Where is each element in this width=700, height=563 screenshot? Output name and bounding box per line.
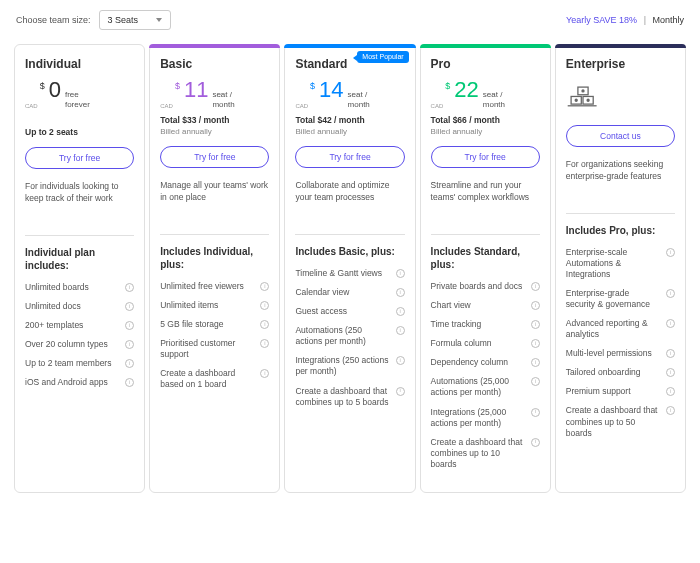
svg-point-3 <box>575 99 577 101</box>
feature-item: Over 20 column typesi <box>25 339 134 350</box>
divider: | <box>644 15 646 25</box>
info-icon[interactable]: i <box>531 282 540 291</box>
info-icon[interactable]: i <box>396 356 405 365</box>
info-icon[interactable]: i <box>125 340 134 349</box>
info-icon[interactable]: i <box>666 248 675 257</box>
feature-item: Create a dashboard based on 1 boardi <box>160 368 269 390</box>
info-icon[interactable]: i <box>531 339 540 348</box>
info-icon[interactable]: i <box>531 438 540 447</box>
feature-list: Private boards and docsiChart viewiTime … <box>431 281 540 478</box>
price-amount: 11 <box>184 79 208 101</box>
divider <box>25 235 134 236</box>
billing-toggle: Yearly SAVE 18% | Monthly <box>566 15 684 25</box>
feature-text: Tailored onboarding <box>566 367 660 378</box>
feature-item: Chart viewi <box>431 300 540 311</box>
info-icon[interactable]: i <box>125 378 134 387</box>
feature-text: Integrations (250 actions per month) <box>295 355 389 377</box>
info-icon[interactable]: i <box>531 408 540 417</box>
try-free-button[interactable]: Try for free <box>160 146 269 168</box>
feature-item: 200+ templatesi <box>25 320 134 331</box>
contact-us-button[interactable]: Contact us <box>566 125 675 147</box>
currency-symbol: $ <box>310 81 315 91</box>
plan-name: Pro <box>431 57 540 71</box>
try-free-button[interactable]: Try for free <box>295 146 404 168</box>
info-icon[interactable]: i <box>396 307 405 316</box>
feature-item: Automations (25,000 actions per month)i <box>431 376 540 398</box>
feature-text: iOS and Android apps <box>25 377 119 388</box>
info-icon[interactable]: i <box>260 339 269 348</box>
feature-item: Private boards and docsi <box>431 281 540 292</box>
info-icon[interactable]: i <box>260 282 269 291</box>
plan-standard: Most Popular Standard CAD $14 seat /mont… <box>284 44 415 493</box>
feature-text: Premium support <box>566 386 660 397</box>
feature-item: Unlimited itemsi <box>160 300 269 311</box>
feature-list: Unlimited free viewersiUnlimited itemsi5… <box>160 281 269 398</box>
info-icon[interactable]: i <box>531 301 540 310</box>
feature-item: 5 GB file storagei <box>160 319 269 330</box>
info-icon[interactable]: i <box>531 377 540 386</box>
billing-yearly[interactable]: Yearly SAVE 18% <box>566 15 637 25</box>
info-icon[interactable]: i <box>396 288 405 297</box>
info-icon[interactable]: i <box>125 283 134 292</box>
feature-text: Calendar view <box>295 287 389 298</box>
info-icon[interactable]: i <box>396 326 405 335</box>
feature-text: Integrations (25,000 actions per month) <box>431 407 525 429</box>
feature-text: Unlimited free viewers <box>160 281 254 292</box>
info-icon[interactable]: i <box>666 387 675 396</box>
plan-name: Enterprise <box>566 57 675 71</box>
feature-item: Tailored onboardingi <box>566 367 675 378</box>
includes-title: Includes Basic, plus: <box>295 245 404 258</box>
feature-text: Guest access <box>295 306 389 317</box>
feature-text: Over 20 column types <box>25 339 119 350</box>
info-icon[interactable]: i <box>531 358 540 367</box>
feature-list: Enterprise-scale Automations & Integrati… <box>566 247 675 447</box>
total-line: Total $66 / month <box>431 115 540 125</box>
price: CAD $11 seat /month <box>160 79 269 109</box>
info-icon[interactable]: i <box>260 320 269 329</box>
try-free-button[interactable]: Try for free <box>431 146 540 168</box>
feature-text: Timeline & Gantt views <box>295 268 389 279</box>
feature-text: Unlimited boards <box>25 282 119 293</box>
plan-enterprise: Enterprise Contact us For organizations … <box>555 44 686 493</box>
billed-line: Billed annually <box>160 127 269 136</box>
billed-line: Billed annually <box>295 127 404 136</box>
svg-point-1 <box>582 90 584 92</box>
accent-bar <box>149 44 280 48</box>
plan-name: Basic <box>160 57 269 71</box>
feature-item: Dependency columni <box>431 357 540 368</box>
info-icon[interactable]: i <box>666 368 675 377</box>
feature-item: Integrations (25,000 actions per month)i <box>431 407 540 429</box>
info-icon[interactable]: i <box>396 387 405 396</box>
info-icon[interactable]: i <box>125 359 134 368</box>
divider <box>566 213 675 214</box>
info-icon[interactable]: i <box>666 319 675 328</box>
plan-desc: Streamline and run your teams' complex w… <box>431 180 540 220</box>
feature-text: Create a dashboard based on 1 board <box>160 368 254 390</box>
plan-desc: For organizations seeking enterprise-gra… <box>566 159 675 199</box>
feature-text: 5 GB file storage <box>160 319 254 330</box>
info-icon[interactable]: i <box>260 301 269 310</box>
plan-desc: Manage all your teams' work in one place <box>160 180 269 220</box>
team-size-select[interactable]: 3 Seats <box>99 10 171 30</box>
feature-text: Multi-level permissions <box>566 348 660 359</box>
feature-text: Create a dashboard that combines up to 5… <box>295 386 389 408</box>
price: CAD $22 seat /month <box>431 79 540 109</box>
feature-text: Dependency column <box>431 357 525 368</box>
info-icon[interactable]: i <box>531 320 540 329</box>
try-free-button[interactable]: Try for free <box>25 147 134 169</box>
info-icon[interactable]: i <box>396 269 405 278</box>
billing-monthly[interactable]: Monthly <box>652 15 684 25</box>
feature-item: Create a dashboard that combines up to 5… <box>295 386 404 408</box>
info-icon[interactable]: i <box>666 349 675 358</box>
info-icon[interactable]: i <box>666 406 675 415</box>
accent-bar <box>420 44 551 48</box>
info-icon[interactable]: i <box>125 321 134 330</box>
info-icon[interactable]: i <box>260 369 269 378</box>
info-icon[interactable]: i <box>666 289 675 298</box>
feature-item: Formula columni <box>431 338 540 349</box>
feature-text: Formula column <box>431 338 525 349</box>
includes-title: Individual plan includes: <box>25 246 134 272</box>
info-icon[interactable]: i <box>125 302 134 311</box>
team-size-label: Choose team size: <box>16 15 91 25</box>
price-amount: 14 <box>319 79 343 101</box>
